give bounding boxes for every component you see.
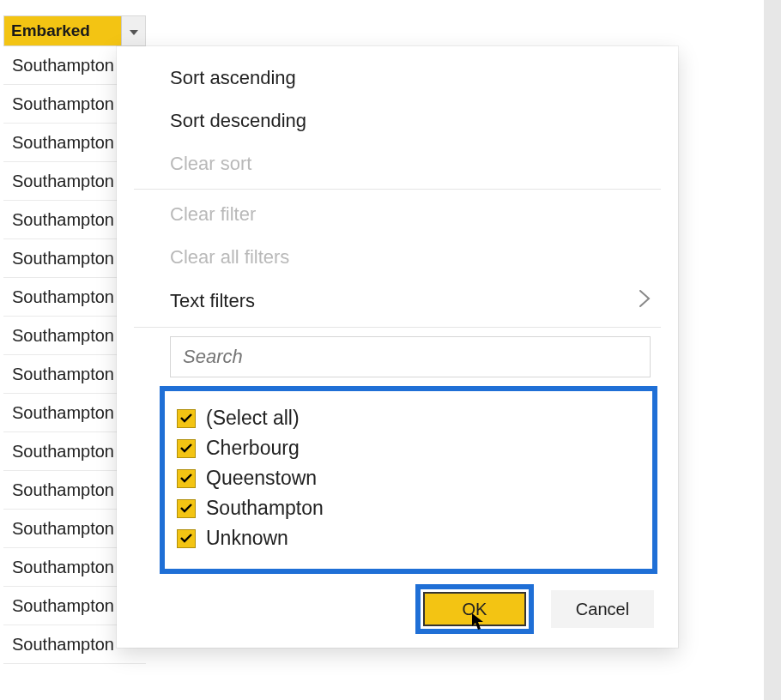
menu-clear-filter: Clear filter	[117, 193, 678, 236]
menu-clear-sort: Clear sort	[117, 142, 678, 185]
filter-search-input[interactable]	[170, 336, 651, 377]
menu-sort-ascending[interactable]: Sort ascending	[117, 57, 678, 100]
checkbox-checked-icon	[177, 469, 196, 488]
filter-value-label: Queenstown	[206, 467, 317, 490]
checkbox-checked-icon	[177, 499, 196, 518]
filter-value-item[interactable]: Southampton	[177, 493, 640, 523]
filter-value-label: Southampton	[206, 497, 324, 520]
column-header-label: Embarked	[4, 16, 121, 45]
checkbox-checked-icon	[177, 529, 196, 548]
filter-values-box: (Select all) Cherbourg Queenstown Southa…	[160, 386, 657, 574]
filter-value-item[interactable]: Cherbourg	[177, 433, 640, 463]
ok-highlight: OK	[415, 584, 534, 634]
cancel-button[interactable]: Cancel	[551, 590, 654, 628]
menu-clear-all-filters: Clear all filters	[117, 236, 678, 279]
chevron-down-icon	[130, 23, 138, 39]
filter-value-label: Unknown	[206, 527, 288, 550]
checkbox-checked-icon	[177, 439, 196, 458]
right-gutter	[764, 0, 781, 700]
menu-text-filters[interactable]: Text filters	[117, 279, 678, 323]
menu-sort-descending[interactable]: Sort descending	[117, 100, 678, 142]
filter-value-item[interactable]: Unknown	[177, 523, 640, 553]
filter-value-item[interactable]: Queenstown	[177, 463, 640, 493]
ok-button[interactable]: OK	[423, 592, 526, 626]
column-header[interactable]: Embarked	[3, 15, 146, 46]
menu-text-filters-label: Text filters	[170, 290, 255, 312]
filter-value-select-all[interactable]: (Select all)	[177, 403, 640, 433]
menu-divider	[134, 327, 661, 328]
checkbox-checked-icon	[177, 409, 196, 428]
filter-menu-panel: Sort ascending Sort descending Clear sor…	[117, 46, 678, 648]
chevron-right-icon	[639, 289, 651, 313]
ok-button-label: OK	[463, 600, 487, 619]
menu-footer: OK Cancel	[117, 574, 678, 634]
menu-divider	[134, 189, 661, 190]
column-filter-dropdown-button[interactable]	[121, 16, 145, 45]
filter-value-label: Cherbourg	[206, 437, 300, 460]
filter-value-label: (Select all)	[206, 407, 300, 430]
